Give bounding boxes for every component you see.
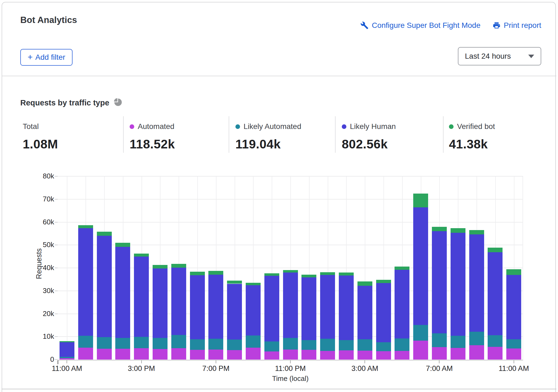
- bar-11[interactable]: [264, 176, 279, 360]
- bar-23-segment-automated: [488, 347, 503, 360]
- stat-value: 41.38k: [449, 137, 495, 151]
- bar-9-segment-verified-bot: [227, 281, 242, 284]
- bar-16-segment-likely-human: [357, 286, 372, 339]
- bar-3[interactable]: [115, 176, 130, 360]
- y-tick-label-70k: 70k: [32, 195, 54, 203]
- bar-22-segment-verified-bot: [469, 230, 484, 234]
- bar-8-segment-likely-automated: [208, 339, 223, 350]
- bar-14-segment-automated: [320, 351, 335, 360]
- bar-18-segment-likely-human: [395, 270, 409, 338]
- bar-7-segment-likely-human: [190, 275, 205, 339]
- bar-24-segment-likely-automated: [506, 339, 521, 348]
- bar-21-segment-automated: [451, 348, 465, 360]
- bar-10[interactable]: [246, 176, 261, 360]
- bar-0[interactable]: [60, 176, 74, 360]
- bar-1[interactable]: [78, 176, 93, 360]
- bar-19-segment-likely-human: [413, 207, 428, 325]
- bar-4-segment-automated: [134, 348, 149, 360]
- bar-17-segment-likely-human: [376, 283, 391, 343]
- bar-13[interactable]: [301, 176, 316, 360]
- stat-value: 1.08M: [23, 137, 58, 151]
- printer-icon: [493, 21, 501, 29]
- bar-5-segment-likely-human: [153, 268, 168, 338]
- bar-5[interactable]: [153, 176, 168, 360]
- bar-16-segment-likely-automated: [357, 339, 372, 351]
- bar-24[interactable]: [506, 176, 521, 360]
- stat-likely-human[interactable]: Likely Human802.56k: [342, 122, 396, 151]
- stat-label-text: Automated: [138, 122, 174, 131]
- y-tick: [55, 245, 58, 245]
- bar-24-segment-likely-human: [506, 275, 521, 339]
- bar-10-segment-verified-bot: [246, 283, 261, 285]
- stat-value: 118.52k: [130, 137, 175, 151]
- bar-13-segment-automated: [301, 350, 316, 360]
- bar-5-segment-verified-bot: [153, 265, 168, 268]
- print-report-link[interactable]: Print report: [493, 21, 541, 30]
- stat-label-text: Verified bot: [457, 122, 495, 131]
- bar-2-segment-verified-bot: [97, 232, 112, 236]
- bar-20[interactable]: [432, 176, 447, 360]
- stat-value: 802.56k: [342, 137, 396, 151]
- bar-16[interactable]: [357, 176, 372, 360]
- legend-dot: [130, 124, 134, 129]
- bar-5-segment-automated: [153, 349, 168, 360]
- configure-super-bot-fight-mode-link[interactable]: Configure Super Bot Fight Mode: [360, 21, 481, 30]
- x-tick: [514, 360, 514, 363]
- add-filter-button[interactable]: + Add filter: [20, 49, 73, 66]
- bar-23-segment-likely-human: [488, 252, 503, 335]
- stat-verified-bot[interactable]: Verified bot41.38k: [449, 122, 495, 151]
- bar-9[interactable]: [227, 176, 242, 360]
- bar-20-segment-likely-human: [432, 231, 447, 333]
- bar-24-segment-automated: [506, 348, 521, 360]
- bar-22-segment-automated: [469, 345, 484, 360]
- y-tick: [55, 314, 58, 314]
- bar-12-segment-verified-bot: [283, 270, 298, 273]
- bar-18[interactable]: [395, 176, 409, 360]
- bar-14[interactable]: [320, 176, 335, 360]
- bar-4[interactable]: [134, 176, 149, 360]
- bar-8-segment-verified-bot: [208, 271, 223, 275]
- bar-0-segment-verified-bot: [60, 341, 74, 342]
- bar-7-segment-automated: [190, 350, 205, 360]
- x-tick: [439, 360, 439, 363]
- bar-12[interactable]: [283, 176, 298, 360]
- bar-19-segment-verified-bot: [413, 194, 428, 207]
- y-tick-label-40k: 40k: [32, 264, 54, 272]
- bar-7[interactable]: [190, 176, 205, 360]
- bar-19-segment-automated: [413, 341, 428, 360]
- bar-2-segment-likely-automated: [97, 337, 112, 349]
- bar-2[interactable]: [97, 176, 112, 360]
- header-actions: Configure Super Bot Fight Mode Print rep…: [360, 21, 541, 30]
- gridline-vertical: [523, 176, 523, 360]
- bar-22[interactable]: [469, 176, 484, 360]
- x-tick: [365, 360, 365, 363]
- y-tick: [55, 336, 58, 337]
- stat-likely-automated[interactable]: Likely Automated119.04k: [235, 122, 301, 151]
- bar-17[interactable]: [376, 176, 391, 360]
- stat-total[interactable]: Total1.08M: [23, 122, 58, 151]
- bar-6[interactable]: [171, 176, 186, 360]
- bar-8[interactable]: [208, 176, 223, 360]
- bar-17-segment-likely-automated: [376, 342, 391, 351]
- legend-dot: [235, 124, 240, 129]
- bar-8-segment-likely-human: [208, 275, 223, 339]
- bar-13-segment-likely-human: [301, 277, 316, 340]
- bar-5-segment-likely-automated: [153, 338, 168, 349]
- bar-1-segment-likely-human: [78, 228, 93, 335]
- y-tick-label-20k: 20k: [32, 310, 54, 318]
- x-tick-label-11-00-PM: 11:00 PM: [261, 364, 320, 373]
- bar-19[interactable]: [413, 176, 428, 360]
- bar-15[interactable]: [339, 176, 354, 360]
- x-tick-label-11-00-AM: 11:00 AM: [484, 364, 544, 373]
- bar-9-segment-likely-human: [227, 284, 242, 340]
- add-filter-label: Add filter: [35, 53, 65, 62]
- time-range-select[interactable]: Last 24 hours: [458, 47, 541, 65]
- bar-21[interactable]: [451, 176, 465, 360]
- bar-15-segment-likely-automated: [339, 340, 354, 350]
- bar-11-segment-verified-bot: [264, 273, 279, 276]
- time-range-value: Last 24 hours: [465, 52, 511, 61]
- plus-icon: +: [28, 53, 33, 61]
- bar-23[interactable]: [488, 176, 503, 360]
- stat-automated[interactable]: Automated118.52k: [130, 122, 175, 151]
- header-divider: [2, 76, 556, 76]
